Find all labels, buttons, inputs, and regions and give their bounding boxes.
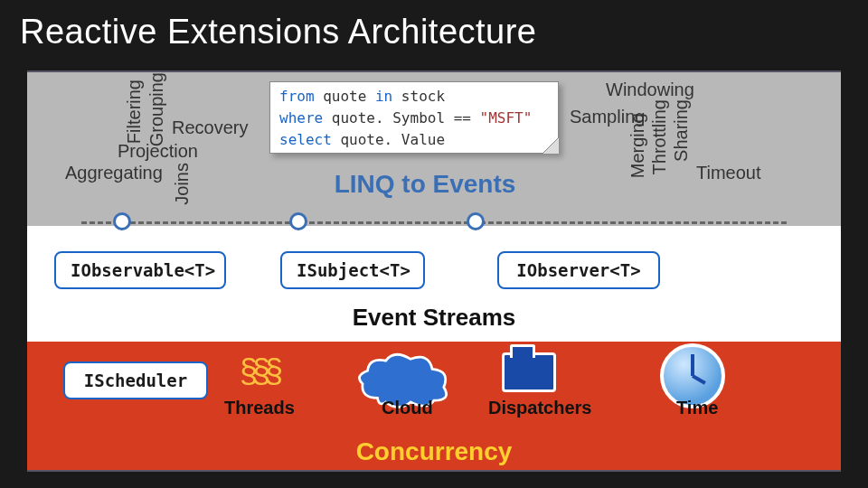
code-text: quote. Symbol == — [323, 109, 479, 127]
word-sharing: Sharing — [671, 99, 692, 162]
page-title: Reactive Extensions Architecture — [0, 0, 868, 57]
code-kw-select: select — [279, 131, 332, 148]
node-dot — [113, 212, 131, 230]
label-time: Time — [676, 398, 718, 418]
word-joins: Joins — [172, 163, 193, 205]
event-streams-title: Event Streams — [27, 304, 841, 332]
diagram-stage: Filtering Grouping Recovery Projection A… — [27, 70, 841, 472]
node-dot — [289, 212, 307, 230]
word-aggregating: Aggregating — [65, 163, 163, 183]
connector-line — [81, 221, 787, 224]
code-kw-where: where — [279, 109, 323, 127]
word-projection: Projection — [118, 141, 198, 162]
code-text: quote — [315, 88, 375, 105]
type-iobservable: IObservable<T> — [54, 251, 226, 289]
word-throttling: Throttling — [649, 99, 670, 174]
word-merging: Merging — [627, 113, 648, 178]
code-kw-from: from — [279, 88, 315, 105]
code-string: "MSFT" — [480, 109, 533, 127]
label-dispatchers: Dispatchers — [488, 398, 592, 418]
node-dot — [467, 212, 485, 230]
type-ischeduler: IScheduler — [63, 361, 208, 399]
label-cloud: Cloud — [382, 398, 433, 418]
word-timeout: Timeout — [696, 163, 761, 183]
type-iobserver: IObserver<T> — [497, 251, 660, 289]
code-text: quote. Value — [332, 131, 445, 148]
word-filtering: Filtering — [124, 80, 145, 144]
code-snippet: from quote in stock where quote. Symbol … — [269, 81, 559, 154]
code-text: stock — [392, 88, 445, 105]
word-recovery: Recovery — [172, 117, 248, 138]
word-grouping: Grouping — [146, 72, 167, 146]
dispatchers-icon — [502, 352, 556, 392]
concurrency-title: Concurrency — [27, 437, 841, 466]
threads-icon: §§§ — [240, 352, 294, 390]
type-isubject: ISubject<T> — [280, 251, 425, 289]
code-kw-in: in — [375, 88, 392, 105]
word-windowing: Windowing — [606, 80, 694, 100]
linq-title: LINQ to Events — [298, 170, 552, 199]
label-threads: Threads — [224, 398, 295, 418]
page-curl-icon — [542, 137, 559, 154]
